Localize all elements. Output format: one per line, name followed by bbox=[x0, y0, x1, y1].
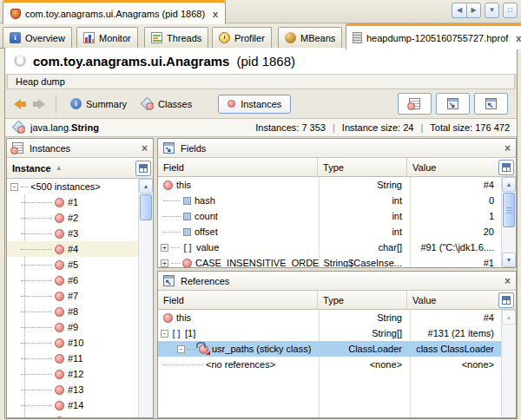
monitor-icon bbox=[83, 32, 95, 43]
instance-row[interactable]: #6 bbox=[7, 272, 138, 288]
type-column-header[interactable]: Type bbox=[317, 291, 406, 309]
instance-icon bbox=[228, 100, 235, 108]
table-row[interactable]: <no references><none><none> bbox=[158, 357, 501, 372]
forward-button[interactable] bbox=[33, 99, 45, 109]
instance-row[interactable]: #4 bbox=[7, 241, 138, 257]
table-row[interactable]: hashint0 bbox=[158, 193, 501, 208]
value-column-header[interactable]: Value bbox=[406, 291, 497, 309]
maximize-button[interactable]: □ bbox=[503, 3, 518, 18]
close-tab-icon[interactable]: x bbox=[213, 10, 218, 18]
collapse-expander-icon[interactable]: - bbox=[10, 183, 18, 191]
instance-row[interactable]: #12 bbox=[7, 366, 138, 382]
back-button[interactable] bbox=[14, 99, 26, 109]
value-column-header[interactable]: Value bbox=[406, 158, 497, 176]
type-cell: <none> bbox=[319, 357, 409, 372]
instance-row[interactable]: #13 bbox=[7, 382, 138, 397]
instance-icon bbox=[55, 198, 64, 207]
instance-row[interactable]: #1 bbox=[7, 194, 138, 210]
tab-overview[interactable]: Overview bbox=[3, 27, 72, 48]
instance-row[interactable]: #7 bbox=[7, 288, 138, 304]
tree-line bbox=[21, 374, 52, 375]
instance-row[interactable]: #11 bbox=[7, 351, 138, 366]
references-column-header: Field Type Value bbox=[158, 291, 516, 310]
instance-row[interactable]: #14 bbox=[7, 397, 138, 413]
scroll-tabs-right-button[interactable]: ▶ bbox=[466, 3, 481, 18]
instance-row[interactable]: #15 bbox=[7, 413, 138, 417]
scroll-up-button[interactable]: ▲ bbox=[502, 310, 516, 325]
table-row[interactable]: countint1 bbox=[158, 208, 501, 224]
instance-label: #5 bbox=[68, 259, 78, 270]
instances-label: Instances bbox=[241, 99, 281, 109]
instance-label: #10 bbox=[68, 338, 83, 348]
instance-row[interactable]: #3 bbox=[7, 226, 138, 241]
visualvm-window: com.toy.anagrams.ui.Anagrams (pid 1868) … bbox=[0, 0, 521, 420]
instance-row[interactable]: #9 bbox=[7, 319, 138, 335]
table-row[interactable]: -usr_paths (sticky class)ClassLoaderclas… bbox=[158, 341, 501, 357]
summary-button[interactable]: Summary bbox=[67, 95, 130, 112]
close-panel-icon[interactable]: × bbox=[505, 144, 511, 153]
instances-panel-icon bbox=[12, 142, 23, 154]
view-tab-bar: Overview Monitor Threads Profiler MBeans… bbox=[0, 23, 521, 49]
close-panel-icon[interactable]: × bbox=[505, 277, 511, 285]
collapse-expander-icon[interactable]: - bbox=[177, 345, 185, 353]
type-cell: String$CaseInse... bbox=[319, 255, 409, 267]
table-row[interactable]: thisString#4 bbox=[158, 310, 501, 325]
tab-list-dropdown-button[interactable]: ▼ bbox=[485, 3, 499, 18]
scroll-up-button[interactable]: ▲ bbox=[502, 177, 516, 192]
instance-row[interactable]: #10 bbox=[7, 335, 138, 351]
table-row[interactable]: +CASE_INSENSITIVE_ORDERString$CaseInse..… bbox=[158, 255, 501, 267]
java-icon bbox=[10, 9, 21, 19]
instance-icon bbox=[55, 276, 64, 285]
column-chooser-button[interactable] bbox=[498, 160, 514, 175]
classloader-loop-icon bbox=[199, 345, 208, 354]
primitive-field-icon bbox=[183, 213, 191, 220]
column-chooser-button[interactable] bbox=[135, 161, 151, 176]
instance-row[interactable]: #2 bbox=[7, 210, 138, 226]
table-row[interactable]: thisString#4 bbox=[158, 177, 501, 193]
table-row[interactable]: +[]valuechar[]#91 ("C:\jdk1.6.... bbox=[158, 240, 501, 255]
references-pane-button[interactable] bbox=[474, 93, 508, 115]
classes-button[interactable]: Classes bbox=[137, 95, 195, 113]
column-chooser-button[interactable] bbox=[498, 292, 514, 308]
scrollbar-thumb[interactable] bbox=[503, 193, 515, 227]
scroll-down-button[interactable]: ▼ bbox=[502, 253, 516, 267]
threads-icon bbox=[151, 32, 162, 43]
expand-expander-icon[interactable]: + bbox=[161, 259, 168, 267]
tree-line bbox=[21, 327, 52, 328]
fields-scrollbar[interactable]: ▲ ▼ bbox=[501, 177, 516, 267]
instance-label: #15 bbox=[68, 416, 83, 417]
tab-mbeans[interactable]: MBeans bbox=[278, 27, 342, 48]
table-row[interactable]: offsetint20 bbox=[158, 224, 501, 240]
class-package: java.lang. bbox=[30, 122, 71, 133]
references-scrollbar[interactable]: ▲ bbox=[501, 310, 516, 417]
expand-expander-icon[interactable]: + bbox=[161, 244, 168, 252]
instance-column-header[interactable]: Instance ▲ bbox=[7, 158, 134, 178]
tab-heapdump[interactable]: heapdump-1205160755727.hprof x bbox=[346, 23, 521, 49]
close-tab-icon[interactable]: x bbox=[516, 34, 521, 43]
scroll-tabs-left-button[interactable]: ◀ bbox=[452, 3, 466, 18]
tree-line bbox=[163, 200, 181, 201]
tab-monitor[interactable]: Monitor bbox=[76, 27, 138, 48]
tab-threads[interactable]: Threads bbox=[144, 27, 208, 48]
instances-scrollbar[interactable]: ▲ bbox=[138, 179, 153, 417]
field-name: value bbox=[196, 240, 219, 255]
instance-icon bbox=[163, 313, 173, 323]
collapse-expander-icon[interactable]: - bbox=[161, 330, 168, 338]
field-column-header[interactable]: Field bbox=[158, 291, 317, 309]
field-column-header[interactable]: Field bbox=[158, 158, 317, 176]
field-name: hash bbox=[195, 193, 215, 208]
instance-icon bbox=[55, 213, 64, 223]
scroll-up-button[interactable]: ▲ bbox=[139, 179, 153, 194]
tab-anagrams-application[interactable]: com.toy.anagrams.ui.Anagrams (pid 1868) … bbox=[3, 0, 226, 24]
instance-row[interactable]: #5 bbox=[7, 257, 138, 272]
tree-root-row[interactable]: -<500 instances> bbox=[7, 179, 138, 194]
type-column-header[interactable]: Type bbox=[317, 158, 406, 176]
tab-profiler[interactable]: Profiler bbox=[212, 27, 272, 48]
scrollbar-thumb[interactable] bbox=[140, 194, 152, 220]
instance-row[interactable]: #8 bbox=[7, 304, 138, 319]
instances-toggle-button[interactable]: Instances bbox=[218, 95, 291, 114]
instances-pane-button[interactable] bbox=[398, 93, 432, 115]
close-panel-icon[interactable]: × bbox=[142, 144, 148, 153]
fields-pane-button[interactable] bbox=[436, 93, 470, 115]
table-row[interactable]: -[][1]String[]#131 (21 items) bbox=[158, 325, 501, 341]
